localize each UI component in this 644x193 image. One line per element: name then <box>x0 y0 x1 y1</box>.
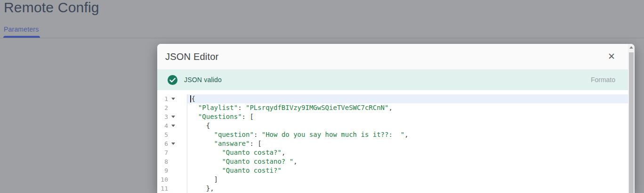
line-number: 9 <box>157 167 168 174</box>
text-caret <box>190 95 191 102</box>
json-punctuation-token <box>190 158 222 165</box>
json-punctuation-token: : <box>238 104 246 111</box>
json-string-token: "answare" <box>214 140 250 147</box>
line-number: 5 <box>157 131 168 138</box>
json-punctuation-token: }, <box>190 185 214 192</box>
status-message: JSON valido <box>184 76 222 84</box>
code-line: 10 ] <box>157 175 628 184</box>
code-text[interactable]: }, <box>187 184 628 193</box>
fold-toggle-icon[interactable] <box>171 98 175 100</box>
json-string-token: "How do you say how much is it??: " <box>262 131 404 138</box>
code-line: 6 "answare": [ <box>157 139 628 148</box>
json-punctuation-token: , <box>293 158 297 165</box>
check-circle-icon <box>167 75 178 85</box>
json-punctuation-token: : <box>254 131 262 138</box>
line-number: 1 <box>157 95 168 102</box>
json-code-editor[interactable]: 1{2 "Playlist": "PLsrqydfBIVzy9IMGwSQieT… <box>157 90 628 193</box>
json-string-token: "Questions" <box>198 113 242 120</box>
json-string-token: "Quanto costa?" <box>222 149 281 156</box>
code-text[interactable]: "Questions": [ <box>187 112 628 121</box>
code-text[interactable]: "question": "How do you say how much is … <box>187 130 628 139</box>
json-punctuation-token <box>190 140 214 147</box>
json-punctuation-token: : [ <box>242 113 254 120</box>
code-line: 4 { <box>157 121 628 130</box>
json-string-token: "Quanto costano? " <box>222 158 293 165</box>
line-gutter: 4 <box>157 121 187 130</box>
line-gutter: 7 <box>157 148 187 157</box>
json-string-token: "Playlist" <box>198 104 238 111</box>
line-number: 11 <box>157 185 168 192</box>
line-gutter: 2 <box>157 103 187 112</box>
line-number: 3 <box>157 113 168 120</box>
tabs-divider <box>0 38 644 38</box>
page-title: Remote Config <box>4 0 99 17</box>
line-gutter: 8 <box>157 157 187 166</box>
close-icon: ✕ <box>608 51 615 61</box>
vertical-scrollbar[interactable] <box>628 44 635 193</box>
line-gutter: 6 <box>157 139 187 148</box>
json-punctuation-token: , <box>404 131 408 138</box>
line-number: 6 <box>157 140 168 147</box>
fold-toggle-icon[interactable] <box>171 143 175 145</box>
dialog-title: JSON Editor <box>165 51 218 62</box>
line-number: 8 <box>157 158 168 165</box>
json-punctuation-token <box>190 149 222 156</box>
code-line: 7 "Quanto costa?", <box>157 148 628 157</box>
json-string-token: "PLsrqydfBIVzy9IMGwSQieTVeSWC7cRCnN" <box>246 104 388 111</box>
line-gutter: 10 <box>157 175 187 184</box>
code-text[interactable]: "Playlist": "PLsrqydfBIVzy9IMGwSQieTVeSW… <box>187 103 628 112</box>
fold-toggle-icon[interactable] <box>171 125 175 127</box>
code-text[interactable]: { <box>187 94 628 103</box>
json-punctuation-token <box>190 131 214 138</box>
json-string-token: "Quanto costi?" <box>222 167 281 174</box>
json-punctuation-token: : [ <box>250 140 261 147</box>
json-punctuation-token <box>190 167 222 174</box>
line-gutter: 5 <box>157 130 187 139</box>
line-gutter: 3 <box>157 112 187 121</box>
json-punctuation-token: , <box>388 104 392 111</box>
code-line: 2 "Playlist": "PLsrqydfBIVzy9IMGwSQieTVe… <box>157 103 628 112</box>
code-line: 1{ <box>157 94 628 103</box>
json-punctuation-token <box>190 104 198 111</box>
scrollbar-thumb[interactable] <box>629 52 634 193</box>
code-text[interactable]: ] <box>187 175 628 184</box>
json-punctuation-token: { <box>190 122 210 129</box>
code-lines: 1{2 "Playlist": "PLsrqydfBIVzy9IMGwSQieT… <box>157 94 628 193</box>
line-gutter: 1 <box>157 94 187 103</box>
line-number: 7 <box>157 149 168 156</box>
close-button[interactable]: ✕ <box>606 51 617 62</box>
json-punctuation-token: { <box>192 95 195 102</box>
json-punctuation-token <box>190 113 198 120</box>
code-text[interactable]: "Quanto costa?", <box>187 148 628 157</box>
code-text[interactable]: "Quanto costi?" <box>187 166 628 175</box>
dialog-content: JSON Editor ✕ JSON valido Formato 1{2 "P… <box>157 44 628 193</box>
scroll-up-button[interactable] <box>628 44 635 50</box>
json-punctuation-token: ] <box>190 176 218 183</box>
code-line: 5 "question": "How do you say how much i… <box>157 130 628 139</box>
tab-parameters[interactable]: Parameters <box>4 25 39 33</box>
code-line: 11 }, <box>157 184 628 193</box>
line-number: 2 <box>157 104 168 111</box>
dialog-header: JSON Editor ✕ <box>157 44 628 69</box>
line-number: 10 <box>157 176 168 183</box>
json-string-token: "question" <box>214 131 254 138</box>
line-number: 4 <box>157 122 168 129</box>
line-gutter: 11 <box>157 184 187 193</box>
code-text[interactable]: "Quanto costano? ", <box>187 157 628 166</box>
json-punctuation-token: , <box>282 149 285 156</box>
format-button[interactable]: Formato <box>591 76 615 84</box>
code-text[interactable]: { <box>187 121 628 130</box>
code-line: 3 "Questions": [ <box>157 112 628 121</box>
code-text[interactable]: "answare": [ <box>187 139 628 148</box>
code-line: 8 "Quanto costano? ", <box>157 157 628 166</box>
line-gutter: 9 <box>157 166 187 175</box>
fold-toggle-icon[interactable] <box>171 116 175 118</box>
validation-status-bar: JSON valido Formato <box>157 69 628 90</box>
json-editor-dialog: JSON Editor ✕ JSON valido Formato 1{2 "P… <box>157 44 635 193</box>
code-line: 9 "Quanto costi?" <box>157 166 628 175</box>
